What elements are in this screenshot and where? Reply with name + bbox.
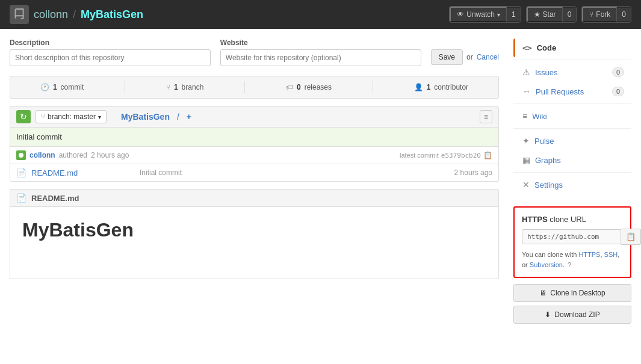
fork-count: 0 — [617, 8, 631, 21]
commits-icon: 🕐 — [40, 83, 49, 91]
commit-message: Initial commit — [16, 132, 62, 141]
unwatch-group: 👁 Unwatch ▾ 1 — [449, 6, 521, 23]
fork-button[interactable]: ⑂ Fork — [582, 7, 617, 22]
clone-ssh-link[interactable]: SSH — [604, 251, 618, 258]
star-icon: ★ — [534, 10, 540, 19]
file-table: Initial commit collonn authored 2 hours … — [10, 128, 499, 182]
clone-period: . — [563, 261, 565, 268]
fork-label: Fork — [596, 10, 610, 19]
commit-author-row: collonn authored 2 hours ago latest comm… — [10, 147, 498, 164]
save-cancel-group: Save or Cancel — [431, 49, 499, 65]
main-container: Description Website Save or Cancel 🕐 1 c… — [0, 29, 641, 333]
sidebar-graphs-label: Graphs — [535, 156, 561, 165]
releases-icon: 🏷 — [286, 83, 293, 91]
clone-copy-button[interactable]: 📋 — [621, 229, 641, 245]
description-label: Description — [10, 39, 211, 47]
sidebar-issues-label: Issues — [535, 68, 558, 77]
branches-stat[interactable]: ⑂ 1 branch — [166, 83, 203, 91]
file-name[interactable]: README.md — [31, 168, 140, 177]
graphs-icon: ▦ — [522, 155, 530, 165]
issues-icon: ⚠ — [522, 67, 530, 77]
code-icon: <> — [522, 43, 532, 52]
list-view-button[interactable]: ≡ — [480, 110, 492, 123]
sidebar-item-issues-left: ⚠ Issues — [522, 67, 558, 77]
releases-stat[interactable]: 🏷 0 releases — [286, 83, 332, 91]
sidebar-divider-2 — [513, 103, 631, 104]
sync-button[interactable]: ↻ — [16, 110, 31, 123]
commits-count: 1 — [53, 83, 57, 91]
path-plus[interactable]: + — [187, 112, 191, 122]
author-avatar — [16, 150, 26, 160]
stat-divider-1 — [125, 81, 125, 93]
header-actions: 👁 Unwatch ▾ 1 ★ Star 0 ⑂ Fork 0 — [449, 6, 631, 23]
sidebar-item-code[interactable]: <> Code — [513, 39, 631, 57]
website-group: Website — [220, 39, 421, 66]
sidebar-item-graphs-left: ▦ Graphs — [522, 155, 561, 165]
clipboard-icon[interactable]: 📋 — [483, 151, 492, 159]
star-button[interactable]: ★ Star — [527, 7, 563, 22]
repo-name[interactable]: MyBatisGen — [81, 8, 143, 21]
clone-subversion-link[interactable]: Subversion — [530, 261, 563, 268]
repo-owner[interactable]: collonn — [34, 8, 68, 21]
download-zip-label: Download ZIP — [554, 310, 599, 319]
save-button[interactable]: Save — [431, 49, 463, 65]
chevron-down-icon: ▾ — [497, 11, 500, 18]
releases-label: releases — [305, 83, 332, 91]
contributors-count: 1 — [427, 83, 431, 91]
content-area: Description Website Save or Cancel 🕐 1 c… — [0, 29, 509, 333]
releases-count: 0 — [297, 83, 301, 91]
sidebar-item-pull-requests[interactable]: ↔ Pull Requests 0 — [513, 82, 631, 101]
stat-divider-3 — [373, 81, 373, 93]
sidebar-wiki-label: Wiki — [532, 112, 547, 121]
clone-https-link[interactable]: HTTPS — [578, 251, 600, 258]
path-separator: / — [177, 112, 179, 122]
commits-label: commit — [61, 83, 84, 91]
unwatch-label: Unwatch — [466, 10, 495, 19]
eye-icon: 👁 — [457, 10, 464, 19]
sidebar-item-wiki-left: ≡ Wiki — [522, 111, 547, 121]
fork-icon: ⑂ — [589, 10, 593, 19]
description-input[interactable] — [10, 49, 211, 66]
branch-text: branch: master — [48, 113, 96, 121]
sidebar-pr-label: Pull Requests — [536, 87, 584, 96]
sidebar-item-pulse[interactable]: ✦ Pulse — [513, 131, 631, 150]
branches-icon: ⑂ — [166, 83, 170, 91]
file-commit-msg: Initial commit — [140, 168, 454, 177]
unwatch-button[interactable]: 👁 Unwatch ▾ — [450, 7, 507, 22]
sync-icon: ↻ — [20, 112, 27, 122]
clone-title: HTTPS clone URL — [522, 215, 623, 224]
wiki-icon: ≡ — [522, 111, 527, 121]
commit-label: latest commit — [400, 152, 439, 159]
clone-desktop-button[interactable]: 🖥 Clone in Desktop — [513, 284, 631, 302]
pr-badge: 0 — [612, 87, 624, 96]
sidebar-item-graphs[interactable]: ▦ Graphs — [513, 150, 631, 170]
sidebar-item-settings[interactable]: ✕ Settings — [513, 175, 631, 194]
commits-stat[interactable]: 🕐 1 commit — [40, 83, 84, 91]
stats-bar: 🕐 1 commit ⑂ 1 branch 🏷 0 releases 👤 1 c… — [10, 76, 499, 99]
repo-icon — [10, 5, 29, 24]
issues-badge: 0 — [612, 67, 624, 77]
file-icon: 📄 — [16, 168, 26, 177]
branch-selector[interactable]: ⑂ branch: master ▾ — [36, 110, 107, 123]
author-name[interactable]: collonn — [29, 151, 55, 159]
description-group: Description — [10, 39, 211, 66]
download-zip-button[interactable]: ⬇ Download ZIP — [513, 306, 631, 324]
branches-count: 1 — [174, 83, 178, 91]
repo-separator: / — [73, 8, 76, 21]
settings-icon: ✕ — [522, 180, 530, 190]
website-input[interactable] — [220, 49, 421, 66]
sidebar-item-pr-left: ↔ Pull Requests — [522, 87, 584, 96]
monitor-icon: 🖥 — [539, 289, 547, 297]
pulse-icon: ✦ — [522, 136, 530, 146]
clone-url-input[interactable] — [522, 229, 621, 244]
sidebar-item-wiki[interactable]: ≡ Wiki — [513, 106, 631, 126]
sidebar-item-issues[interactable]: ⚠ Issues 0 — [513, 63, 631, 82]
clone-question-icon[interactable]: ? — [568, 261, 571, 268]
branch-icon: ⑂ — [41, 113, 45, 121]
contributors-stat[interactable]: 👤 1 contributor — [414, 83, 468, 91]
author-time: 2 hours ago — [91, 151, 129, 159]
clone-title-rest: clone URL — [548, 215, 586, 224]
clipboard-copy-icon: 📋 — [626, 232, 636, 241]
repo-path-main[interactable]: MyBatisGen — [121, 112, 170, 122]
cancel-link[interactable]: Cancel — [477, 53, 499, 61]
